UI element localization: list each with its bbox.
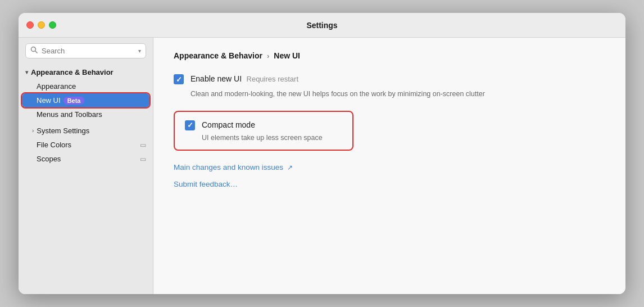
search-bar[interactable]: ▾: [25, 43, 146, 58]
search-dropdown-icon[interactable]: ▾: [138, 48, 141, 54]
sidebar-item-scopes[interactable]: Scopes ▭: [19, 152, 153, 166]
traffic-lights: [26, 21, 56, 29]
compact-mode-checkbox[interactable]: ✓: [185, 120, 195, 130]
maximize-button[interactable]: [49, 21, 56, 29]
main-changes-link-row: Main changes and known issues ↗: [174, 162, 605, 172]
sidebar-group-label: Appearance & Behavior: [31, 68, 114, 76]
window-body: ▾ ▾ Appearance & Behavior Appearance New…: [19, 38, 625, 294]
close-button[interactable]: [26, 21, 34, 29]
scopes-icon: ▭: [140, 155, 146, 163]
compact-checkmark-icon: ✓: [187, 121, 193, 129]
breadcrumb: Appearance & Behavior › New UI: [174, 51, 605, 60]
search-input[interactable]: [42, 47, 135, 55]
sidebar-group-appearance-behavior[interactable]: ▾ Appearance & Behavior: [19, 65, 153, 79]
window-title: Settings: [306, 21, 337, 30]
titlebar: Settings: [19, 13, 625, 38]
checkmark-icon: ✓: [176, 75, 182, 84]
minimize-button[interactable]: [38, 21, 45, 29]
compact-mode-box: ✓ Compact mode UI elements take up less …: [174, 111, 353, 151]
svg-line-1: [35, 51, 37, 53]
main-changes-link[interactable]: Main changes and known issues ↗: [174, 163, 293, 171]
compact-mode-description: UI elements take up less screen space: [202, 134, 342, 142]
breadcrumb-current: New UI: [274, 51, 300, 60]
enable-new-ui-hint: Requires restart: [247, 75, 298, 83]
sidebar-section-appearance: ▾ Appearance & Behavior Appearance New U…: [19, 65, 153, 124]
beta-badge: Beta: [64, 97, 85, 105]
enable-new-ui-label: Enable new UI: [191, 74, 242, 83]
enable-new-ui-row: ✓ Enable new UI Requires restart: [174, 74, 605, 84]
external-link-icon: ↗: [287, 164, 293, 171]
breadcrumb-parent: Appearance & Behavior: [174, 51, 262, 60]
search-icon: [30, 46, 38, 56]
compact-mode-row: ✓ Compact mode: [185, 120, 342, 130]
enable-new-ui-checkbox[interactable]: ✓: [174, 74, 184, 84]
enable-new-ui-label-group: Enable new UI Requires restart: [191, 74, 298, 84]
sidebar-group-system-settings[interactable]: › System Settings: [19, 124, 153, 138]
sidebar-item-menus-toolbars[interactable]: Menus and Toolbars: [19, 107, 153, 121]
chevron-right-icon: ›: [32, 128, 34, 134]
breadcrumb-separator: ›: [267, 52, 269, 60]
enable-new-ui-description: Clean and modern-looking, the new UI hel…: [191, 89, 505, 100]
sidebar: ▾ ▾ Appearance & Behavior Appearance New…: [19, 38, 153, 294]
chevron-down-icon: ▾: [25, 69, 28, 75]
submit-feedback-link[interactable]: Submit feedback…: [174, 180, 238, 188]
compact-mode-label: Compact mode: [202, 120, 255, 129]
main-content: Appearance & Behavior › New UI ✓ Enable …: [153, 38, 625, 294]
sidebar-item-appearance[interactable]: Appearance: [19, 79, 153, 93]
sidebar-item-file-colors[interactable]: File Colors ▭: [19, 138, 153, 152]
submit-feedback-link-row: Submit feedback…: [174, 179, 605, 189]
file-colors-icon: ▭: [140, 141, 146, 149]
settings-window: Settings ▾ ▾ Appearance & Behavior: [19, 13, 625, 294]
sidebar-item-new-ui[interactable]: New UI Beta: [22, 93, 149, 107]
